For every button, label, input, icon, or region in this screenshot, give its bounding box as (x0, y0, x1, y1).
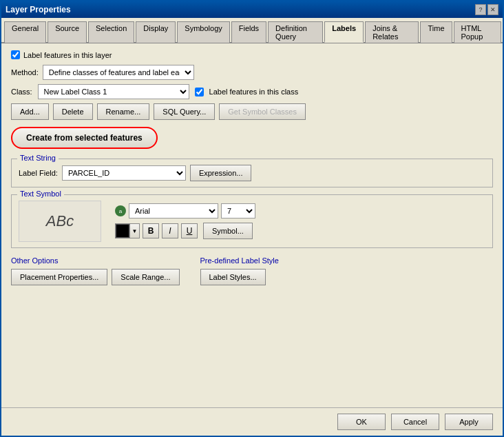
other-options-title: Other Options (11, 256, 180, 265)
tab-joins-relates[interactable]: Joins & Relates (365, 21, 419, 43)
font-row: a Arial 7 (115, 203, 485, 218)
italic-button[interactable]: I (162, 223, 178, 238)
window-title: Layer Properties (6, 5, 71, 14)
label-field-select[interactable]: PARCEL_ID (62, 165, 186, 181)
font-select[interactable]: Arial (129, 203, 218, 218)
tab-display[interactable]: Display (136, 21, 176, 43)
class-row: Class: New Label Class 1 Label features … (11, 84, 493, 99)
ok-button[interactable]: OK (337, 414, 386, 430)
other-options-buttons: Placement Properties... Scale Range... (11, 269, 180, 285)
layer-properties-window: Layer Properties ? ✕ General Source Sele… (0, 0, 504, 437)
create-from-selected-button[interactable]: Create from selected features (11, 127, 158, 149)
add-button[interactable]: Add... (11, 103, 49, 120)
label-features-class-checkbox[interactable] (195, 88, 204, 96)
label-field-row: Label Field: PARCEL_ID Expression... (19, 165, 485, 181)
text-string-section: Text String Label Field: PARCEL_ID Expre… (11, 159, 493, 187)
class-label: Class: (11, 88, 32, 96)
font-icon: a (115, 205, 126, 216)
tab-general[interactable]: General (4, 21, 46, 43)
label-features-class-label: Label features in this class (209, 88, 299, 96)
title-bar-buttons: ? ✕ (475, 4, 498, 15)
labels-content: Label features in this layer Method: Def… (1, 43, 503, 407)
scale-range-button[interactable]: Scale Range... (112, 269, 179, 285)
footer: OK Cancel Apply (1, 407, 503, 436)
class-buttons-row: Add... Delete Rename... SQL Query... Get… (11, 103, 493, 120)
text-symbol-section: Text Symbol ABc a Arial 7 (11, 194, 493, 248)
method-select[interactable]: Define classes of features and label eac… (43, 65, 194, 80)
label-styles-button[interactable]: Label Styles... (200, 269, 266, 285)
font-size-select[interactable]: 7 (221, 203, 255, 218)
method-row: Method: Define classes of features and l… (11, 65, 493, 80)
tab-time[interactable]: Time (420, 21, 452, 43)
symbol-controls: a Arial 7 ▼ B I (115, 203, 485, 239)
symbol-button[interactable]: Symbol... (203, 223, 253, 239)
class-select[interactable]: New Label Class 1 (38, 84, 189, 99)
abc-preview: ABc (19, 201, 101, 242)
tab-labels[interactable]: Labels (324, 21, 364, 43)
label-features-row: Label features in this layer (11, 50, 493, 59)
options-row: Other Options Placement Properties... Sc… (11, 256, 493, 285)
label-field-label: Label Field: (19, 169, 58, 177)
format-row: ▼ B I U Symbol... (115, 223, 485, 239)
rename-button[interactable]: Rename... (97, 103, 150, 120)
placement-properties-button[interactable]: Placement Properties... (11, 269, 107, 285)
sql-query-button[interactable]: SQL Query... (154, 103, 215, 120)
tab-definition-query[interactable]: Definition Query (268, 21, 323, 43)
color-swatch (116, 224, 129, 238)
predefined-label-col: Pre-defined Label Style Label Styles... (200, 256, 279, 285)
tab-bar: General Source Selection Display Symbolo… (1, 18, 503, 43)
predefined-buttons: Label Styles... (200, 269, 279, 285)
tab-source[interactable]: Source (48, 21, 87, 43)
color-picker[interactable]: ▼ (115, 223, 140, 238)
text-string-label: Text String (17, 154, 59, 162)
tab-html-popup[interactable]: HTML Popup (454, 21, 501, 43)
predefined-label-title: Pre-defined Label Style (200, 256, 279, 265)
other-options-col: Other Options Placement Properties... Sc… (11, 256, 180, 285)
delete-button[interactable]: Delete (53, 103, 93, 120)
expression-button[interactable]: Expression... (190, 165, 252, 181)
tab-symbology[interactable]: Symbology (177, 21, 229, 43)
title-bar: Layer Properties ? ✕ (1, 1, 503, 18)
create-btn-row: Create from selected features (11, 127, 493, 149)
label-features-checkbox[interactable] (11, 50, 20, 59)
tab-fields[interactable]: Fields (231, 21, 266, 43)
tab-selection[interactable]: Selection (88, 21, 134, 43)
get-symbol-button[interactable]: Get Symbol Classes (219, 103, 306, 120)
underline-button[interactable]: U (181, 223, 198, 238)
label-features-label: Label features in this layer (23, 51, 112, 59)
apply-button[interactable]: Apply (445, 414, 493, 430)
method-label: Method: (11, 68, 39, 77)
cancel-button[interactable]: Cancel (391, 414, 439, 430)
help-button[interactable]: ? (475, 4, 486, 15)
text-symbol-label: Text Symbol (17, 190, 64, 198)
color-dropdown-arrow[interactable]: ▼ (129, 223, 139, 238)
close-button[interactable]: ✕ (487, 4, 498, 15)
bold-button[interactable]: B (143, 223, 159, 238)
